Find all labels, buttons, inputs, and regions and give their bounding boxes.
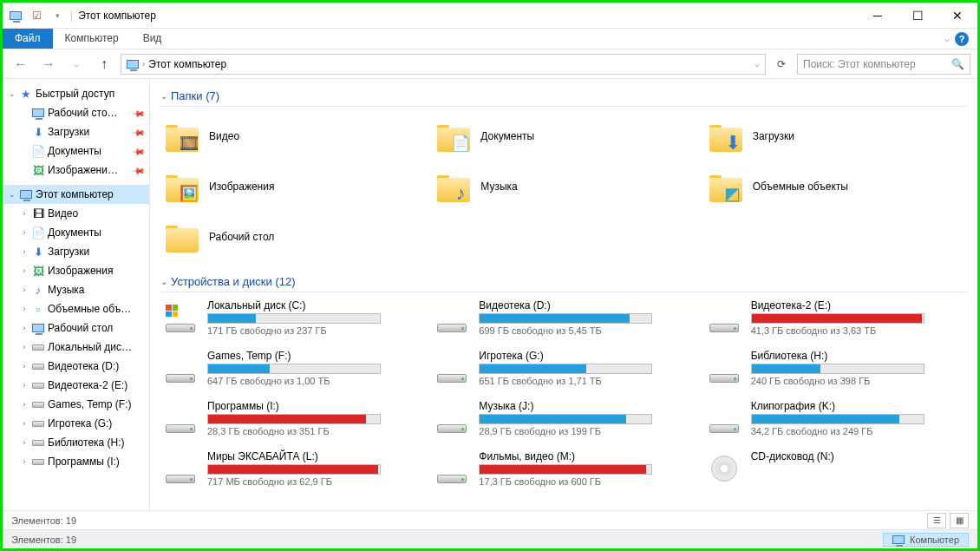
sidebar-item[interactable]: 📄Документы📌 <box>3 141 149 161</box>
view-tab[interactable]: Вид <box>131 29 174 49</box>
sidebar-item[interactable]: ›Игротека (G:) <box>3 414 149 433</box>
help-icon[interactable]: ? <box>955 32 969 46</box>
expand-icon[interactable]: › <box>20 324 29 332</box>
expand-icon[interactable]: › <box>20 285 29 294</box>
expand-icon[interactable]: › <box>20 305 29 313</box>
forward-button[interactable]: → <box>37 53 60 75</box>
sidebar-item[interactable]: ›▫Объемные объ… <box>3 299 149 318</box>
qat-properties-icon[interactable]: ☑ <box>29 8 44 23</box>
sidebar-item[interactable]: ›Программы (I:) <box>3 452 149 471</box>
group-header-folders[interactable]: ⌄ Папки (7) <box>160 86 967 107</box>
computer-tab[interactable]: Компьютер <box>53 29 131 49</box>
drive-free-text: 717 МБ свободно из 62,9 ГБ <box>207 476 421 487</box>
breadcrumb-dropdown-icon[interactable]: ⌵ <box>755 59 760 69</box>
sidebar-item[interactable]: ›🎞Видео <box>3 204 149 223</box>
expand-icon[interactable]: › <box>20 362 29 371</box>
sidebar-item-label: Рабочий сто… <box>48 107 118 119</box>
sidebar-item[interactable]: Рабочий сто…📌 <box>3 103 149 122</box>
drive-item[interactable]: Видеотека-2 (E:)41,3 ГБ свободно из 3,63… <box>704 298 967 343</box>
collapse-icon[interactable]: ⌄ <box>8 89 16 98</box>
drive-item[interactable]: Миры ЭКСАБАЙТА (L:)717 МБ свободно из 62… <box>160 449 423 494</box>
status-computer-button[interactable]: Компьютер <box>883 533 969 547</box>
ribbon-expand-icon[interactable]: ⌵ <box>944 34 950 43</box>
chevron-down-icon[interactable]: ⌄ <box>160 91 167 101</box>
drive-item[interactable]: Локальный диск (C:)171 ГБ свободно из 23… <box>160 298 423 343</box>
sidebar-item[interactable]: ›Библиотека (H:) <box>3 433 149 452</box>
expand-icon[interactable]: › <box>20 400 29 409</box>
sidebar-item[interactable]: ›♪Музыка <box>3 280 149 299</box>
minimize-button[interactable]: ─ <box>858 3 898 29</box>
breadcrumb-location[interactable]: Этот компьютер <box>148 58 226 70</box>
sidebar-item-label: Этот компьютер <box>36 188 114 200</box>
folder-icon: ♪ <box>435 168 472 205</box>
status-computer-label: Компьютер <box>910 535 959 545</box>
close-button[interactable]: ✕ <box>938 3 977 29</box>
expand-icon[interactable]: › <box>20 343 29 351</box>
sidebar-item[interactable]: ⬇Загрузки📌 <box>3 122 149 141</box>
view-details-button[interactable]: ☰ <box>927 513 946 528</box>
sidebar-item[interactable]: ›Видеотека (D:) <box>3 357 149 376</box>
refresh-button[interactable]: ⟳ <box>771 54 792 75</box>
chevron-right-icon[interactable]: › <box>142 59 145 69</box>
qat-dropdown-icon[interactable]: ▾ <box>49 8 65 23</box>
chevron-down-icon[interactable]: ⌄ <box>160 277 167 286</box>
sidebar-item[interactable]: 🖼Изображени…📌 <box>3 161 149 180</box>
view-tiles-button[interactable]: ▦ <box>950 513 969 528</box>
folder-item[interactable]: ◩Объемные объекты <box>704 162 967 211</box>
sidebar-item[interactable]: ›📄Документы <box>3 223 149 242</box>
drive-usage-bar <box>751 364 924 374</box>
drive-item[interactable]: CD-дисковод (N:) <box>704 449 967 494</box>
drive-item[interactable]: Программы (I:)28,3 ГБ свободно из 351 ГБ <box>160 398 423 443</box>
folder-item[interactable]: 🖼️Изображения <box>160 162 423 211</box>
expand-icon[interactable]: › <box>20 419 29 428</box>
sidebar-item[interactable]: ›🖼Изображения <box>3 261 149 280</box>
sidebar-item-label: Загрузки <box>48 246 89 258</box>
folder-item[interactable]: 📄Документы <box>432 112 695 161</box>
expand-icon[interactable]: › <box>20 438 29 447</box>
sidebar-item[interactable]: ›Games, Temp (F:) <box>3 395 149 414</box>
sidebar-item[interactable]: ›Видеотека-2 (E:) <box>3 376 149 395</box>
expand-icon[interactable]: › <box>20 209 29 218</box>
drive-item[interactable]: Библиотека (H:)240 ГБ свободно из 398 ГБ <box>704 348 967 393</box>
recent-dropdown-icon[interactable]: ⌵ <box>65 53 88 75</box>
search-input[interactable]: Поиск: Этот компьютер 🔍 <box>797 54 970 75</box>
expand-icon[interactable]: › <box>20 457 29 466</box>
star-icon: ★ <box>19 87 33 101</box>
group-header-drives[interactable]: ⌄ Устройства и диски (12) <box>160 272 967 292</box>
pin-icon: 📌 <box>132 144 146 158</box>
drive-item[interactable]: Клипография (K:)34,2 ГБ свободно из 249 … <box>704 398 967 443</box>
folder-item[interactable]: 🎞️Видео <box>160 112 423 161</box>
sidebar-item-this-pc[interactable]: ⌄ Этот компьютер <box>3 185 149 204</box>
up-button[interactable]: ↑ <box>93 53 115 75</box>
address-bar: ← → ⌵ ↑ › Этот компьютер ⌵ ⟳ Поиск: Этот… <box>3 49 977 79</box>
drive-name: Игротека (G:) <box>479 350 693 362</box>
breadcrumb[interactable]: › Этот компьютер ⌵ <box>121 54 766 75</box>
item-icon: 🎞 <box>31 207 45 220</box>
sidebar-item[interactable]: ›Рабочий стол <box>3 318 149 338</box>
expand-icon[interactable]: › <box>20 247 29 256</box>
drive-item[interactable]: Видеотека (D:)699 ГБ свободно из 5,45 ТБ <box>432 298 695 343</box>
drive-item[interactable]: Фильмы, видео (M:)17,3 ГБ свободно из 60… <box>432 449 695 494</box>
file-tab[interactable]: Файл <box>3 29 53 49</box>
sidebar-item-label: Библиотека (H:) <box>48 436 125 449</box>
drive-item[interactable]: Музыка (J:)28,9 ГБ свободно из 199 ГБ <box>432 398 695 443</box>
sidebar-item-quick-access[interactable]: ⌄ ★ Быстрый доступ <box>3 84 149 103</box>
folder-item[interactable]: ♪Музыка <box>432 162 695 211</box>
back-button[interactable]: ← <box>10 53 32 75</box>
drive-item[interactable]: Игротека (G:)651 ГБ свободно из 1,71 ТБ <box>432 348 695 393</box>
drive-usage-bar <box>479 364 652 374</box>
expand-icon[interactable]: › <box>20 266 29 275</box>
folder-item[interactable]: Рабочий стол <box>160 213 423 261</box>
collapse-icon[interactable]: ⌄ <box>8 190 16 199</box>
maximize-button[interactable]: ☐ <box>898 3 938 29</box>
sidebar-item[interactable]: ›Локальный дис… <box>3 338 149 357</box>
folder-item[interactable]: ⬇Загрузки <box>704 112 967 161</box>
drive-icon <box>706 400 742 436</box>
sidebar-item-label: Изображения <box>48 265 113 277</box>
drive-item[interactable]: Games, Temp (F:)647 ГБ свободно из 1,00 … <box>160 348 423 393</box>
sidebar-item[interactable]: ›⬇Загрузки <box>3 242 149 261</box>
status-bar-outer: Элементов: 19 Компьютер <box>3 529 977 548</box>
drive-usage-bar <box>479 414 652 424</box>
expand-icon[interactable]: › <box>20 381 29 390</box>
expand-icon[interactable]: › <box>20 228 29 237</box>
